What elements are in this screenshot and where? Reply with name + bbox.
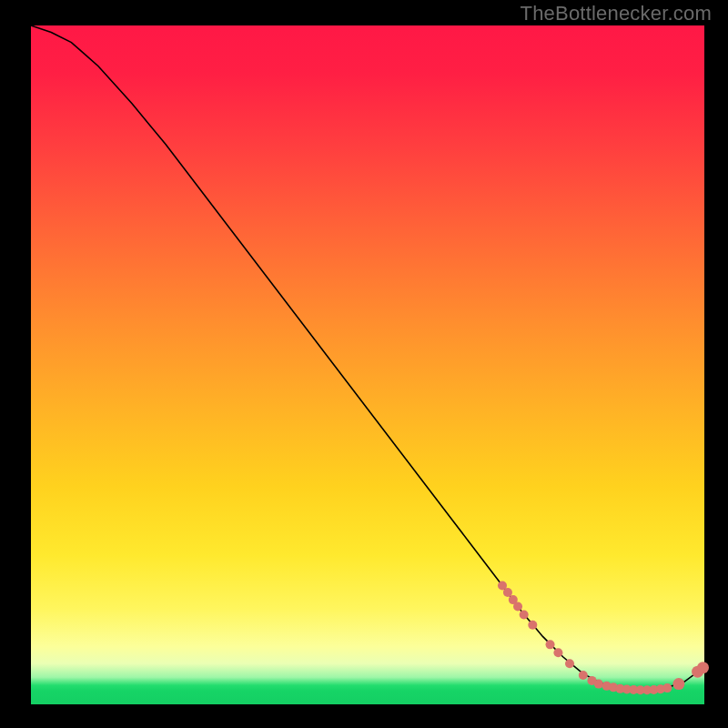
data-dot [565,659,574,668]
data-dot [513,602,522,612]
attribution-label: TheBottlenecker.com [521,2,712,25]
chart-stage: TheBottlenecker.com [0,0,728,728]
data-dot [553,648,562,657]
data-dot [520,611,529,620]
curve-path [31,25,704,690]
chart-svg [31,25,704,704]
data-dot [697,662,709,673]
data-dot [662,683,672,693]
data-dot [528,621,537,630]
data-dot [503,588,512,597]
data-dot [579,671,588,680]
plot-area [31,25,704,704]
data-dot [546,640,555,649]
data-dot [594,680,603,689]
dot-layer [498,581,709,694]
data-dot [672,678,684,690]
